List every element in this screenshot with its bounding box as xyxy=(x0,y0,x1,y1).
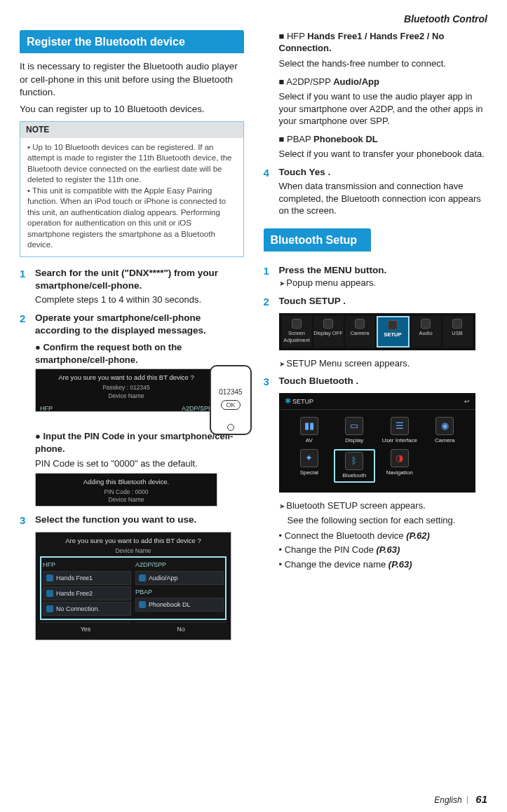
note-item-2: This unit is compatible with the Apple E… xyxy=(27,186,236,251)
step-1-title: Search for the unit ("DNX****") from you… xyxy=(35,267,244,292)
tile-special: ✦Special xyxy=(289,449,330,483)
step-4-title: Touch Yes . xyxy=(279,166,488,179)
img1-line3: Device Name xyxy=(40,392,212,400)
func-no-button: No xyxy=(135,622,227,635)
gear-icon xyxy=(388,320,398,330)
intro-text-1: It is necessary to register the Bluetoot… xyxy=(20,60,244,99)
step-1-desc: Complete steps 1 to 4 within 30 seconds. xyxy=(35,294,244,306)
img1-hfp-label: HFP xyxy=(40,404,53,413)
func-hf1: Hands Free1 xyxy=(43,571,131,585)
phone-code: 012345 xyxy=(211,387,250,397)
camera-icon: ◉ xyxy=(435,417,454,435)
pbap-opt: Phonebook DL xyxy=(313,134,378,144)
step-number: 3 xyxy=(264,375,273,389)
right-column: HFP Hands Free1 / Hands Free2 / No Conne… xyxy=(264,30,488,647)
music-icon xyxy=(139,574,146,582)
step-4: 4 Touch Yes . When data transmission and… xyxy=(264,166,488,217)
func-pbap-head: PBAP xyxy=(135,588,224,596)
img2-line3: Device Name xyxy=(40,496,212,504)
func-sub: Device Name xyxy=(40,547,227,555)
link-connect-device: Connect the Bluetooth device (P.62) xyxy=(279,530,488,542)
section-register-bar: Register the Bluetooth device xyxy=(20,30,244,54)
note-box: NOTE Up to 10 Bluetooth devices can be r… xyxy=(20,121,244,256)
square-bullet-icon xyxy=(279,31,287,41)
pbap-label: PBAP xyxy=(287,134,311,144)
tile-user-interface: ☰User Interface xyxy=(379,417,421,445)
bluetooth-icon: ᛒ xyxy=(345,452,363,470)
screen-icon xyxy=(292,319,302,329)
hfp-desc: Select the hands-free number to connect. xyxy=(279,57,488,70)
pin-code-screenshot: Adding this Bluetooth device. PIN Code :… xyxy=(35,473,217,507)
img1-line1: Are you sure you want to add this BT dev… xyxy=(40,373,212,383)
phone-illustration: 012345 OK xyxy=(210,365,252,435)
square-bullet-icon xyxy=(279,134,287,144)
func-top: Are you sure you want to add this BT dev… xyxy=(40,537,227,546)
step-number: 4 xyxy=(264,166,273,217)
section-bluetooth-setup-bar: Bluetooth Setup xyxy=(264,228,372,252)
tile-bluetooth: ᛒBluetooth xyxy=(334,449,375,483)
menu-setup: SETUP xyxy=(377,316,410,347)
setup-menu-screenshot: ✱ SETUP ↩ ▮▮AV ▭Display ☰User Interface … xyxy=(279,393,475,492)
phone-icon xyxy=(46,574,53,582)
audio-icon xyxy=(421,319,431,329)
tile-camera: ◉Camera xyxy=(424,417,466,445)
phone-home-icon xyxy=(227,424,234,431)
gear-icon: ✱ xyxy=(285,397,291,405)
setup-title: SETUP xyxy=(292,398,313,405)
menu-camera: Camera xyxy=(345,316,375,347)
book-icon xyxy=(139,601,146,608)
step-number: 2 xyxy=(264,295,273,309)
menu-usb: USB xyxy=(442,316,473,347)
pbap-option: PBAP Phonebook DL xyxy=(279,133,488,146)
phone-icon xyxy=(46,590,53,597)
func-audioapp: Audio/App xyxy=(135,571,224,585)
no-icon xyxy=(46,605,53,612)
bs-step-1: 1 Press the MENU button. Popup menu appe… xyxy=(264,264,488,289)
display-icon: ▭ xyxy=(345,417,363,435)
square-bullet-icon xyxy=(279,76,287,87)
step-number: 1 xyxy=(264,264,273,289)
bs-step-3-title: Touch Bluetooth . xyxy=(279,375,488,387)
img1-line2: Passkey : 012345 xyxy=(40,384,212,392)
bs-step-2: 2 Touch SETUP . xyxy=(264,295,488,309)
av-icon: ▮▮ xyxy=(300,417,318,435)
special-icon: ✦ xyxy=(300,449,318,467)
bs-step-1-result: Popup menu appears. xyxy=(279,277,488,289)
func-yes-button: Yes xyxy=(40,622,131,635)
display-icon xyxy=(323,319,333,329)
menu-screen-adjust: Screen Adjustment xyxy=(282,316,312,347)
step-2: 2 Operate your smartphone/cell-phone acc… xyxy=(20,312,244,337)
bs-step-1-title: Press the MENU button. xyxy=(279,264,488,277)
page-header: Bluetooth Control xyxy=(20,13,487,26)
step-4-desc: When data transmission and connection ha… xyxy=(279,180,488,217)
a2dp-opt: Audio/App xyxy=(333,76,379,87)
content-columns: Register the Bluetooth device It is nece… xyxy=(20,30,487,647)
bs-step-3-result: Bluetooth SETUP screen appears. xyxy=(279,500,488,512)
step-2b-desc: PIN Code is set to "0000" as the default… xyxy=(35,457,244,470)
func-noconn: No Connection. xyxy=(43,602,131,616)
step-1: 1 Search for the unit ("DNX****") from y… xyxy=(20,267,244,306)
func-hfp-head: HFP xyxy=(43,560,131,569)
tile-navigation: ◑Navigation xyxy=(379,449,421,483)
func-phonebook: Phonebook DL xyxy=(135,598,224,612)
step-number: 3 xyxy=(20,514,29,528)
divider xyxy=(467,796,468,804)
usb-icon xyxy=(452,319,462,329)
step-number: 2 xyxy=(20,312,29,337)
camera-icon xyxy=(355,319,365,329)
back-icon: ↩ xyxy=(464,397,470,406)
bs-step-2-result: SETUP Menu screen appears. xyxy=(279,357,488,370)
phone-ok-button: OK xyxy=(221,400,240,410)
footer-lang: English xyxy=(434,795,461,805)
pairing-request-screenshot: Are you sure you want to add this BT dev… xyxy=(35,369,217,412)
tile-display: ▭Display xyxy=(334,417,375,445)
note-body: Up to 10 Bluetooth devices can be regist… xyxy=(20,138,243,256)
step-number: 1 xyxy=(20,267,29,306)
tile-av: ▮▮AV xyxy=(289,417,330,445)
link-change-name: Change the device name (P.63) xyxy=(279,558,488,571)
link-change-pin: Change the PIN Code (P.63) xyxy=(279,544,488,556)
function-select-screenshot: Are you sure you want to add this BT dev… xyxy=(35,532,231,640)
bs-step-3: 3 Touch Bluetooth . xyxy=(264,375,488,389)
step-2-title: Operate your smartphone/cell-phone accor… xyxy=(35,312,244,337)
menu-audio: Audio xyxy=(411,316,441,347)
